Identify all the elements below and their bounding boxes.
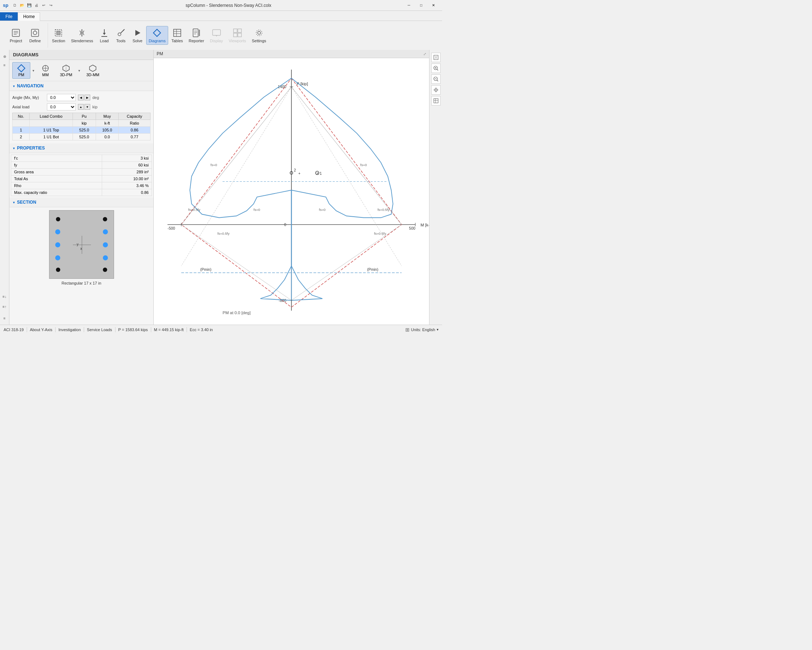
chart-expand-icon[interactable]: ⤢ [423, 52, 426, 56]
section-collapse-icon: ▾ [13, 200, 15, 204]
svg-text:(Pmin): (Pmin) [367, 268, 378, 272]
table-row[interactable]: 1 1 U1 Top 525.0 105.0 0.86 [13, 127, 151, 134]
maximize-button[interactable]: □ [415, 2, 427, 9]
reporter-icon [191, 28, 201, 38]
redo-icon[interactable]: ↪ [48, 3, 54, 8]
tables-button[interactable]: Tables [169, 26, 186, 45]
lines-button[interactable]: ≡↓ [1, 293, 8, 300]
pm-arrow[interactable]: ▾ [32, 67, 35, 74]
angle-prev[interactable]: ◀ [78, 95, 84, 100]
axial-select[interactable]: 0.0 [47, 103, 76, 110]
svg-rect-8 [56, 31, 60, 35]
nav-collapse-icon: ▾ [13, 84, 15, 88]
left-tiny-toolbar: ⊛ ≡ ≡↓ ≡↑ ≡ [0, 50, 9, 325]
load-button[interactable]: Load [96, 26, 112, 45]
settings-icon [254, 28, 264, 38]
angle-next[interactable]: ▶ [84, 95, 90, 100]
project-button[interactable]: Project [7, 26, 24, 45]
angle-select[interactable]: 0.0 [47, 94, 76, 101]
axial-next[interactable]: ▼ [84, 104, 90, 110]
col-pu: Pu [73, 113, 96, 120]
svg-text:fs=0.5fy: fs=0.5fy [374, 231, 386, 236]
unit-muy: k-ft [96, 120, 119, 127]
close-button[interactable]: ✕ [427, 2, 439, 9]
define-button[interactable]: Define [27, 26, 43, 45]
svg-rect-30 [234, 29, 237, 32]
units-value: Units: English [411, 327, 435, 332]
section-icon [53, 28, 64, 38]
layers-button[interactable]: ≡ [1, 61, 8, 69]
svg-marker-17 [153, 29, 160, 37]
3dpm-arrow[interactable]: ▾ [78, 67, 81, 74]
properties-section-header[interactable]: ▾ PROPERTIES [9, 143, 153, 153]
cell-cap-1: 0.86 [119, 127, 151, 134]
tab-file[interactable]: File [0, 12, 18, 21]
undo-icon[interactable]: ↩ [41, 3, 47, 8]
reporter-button[interactable]: Reporter [186, 26, 207, 45]
navigation-section-header[interactable]: ▾ NAVIGATION [9, 81, 153, 91]
tools-icon [116, 28, 126, 38]
table-row[interactable]: 2 1 U1 Bot 525.0 0.0 0.77 [13, 134, 151, 141]
display-icon [212, 28, 221, 38]
viewports-button[interactable]: Viewports [226, 26, 249, 45]
3dpm-button[interactable]: 3D-PM [56, 62, 76, 79]
svg-text:fs=0: fs=0 [319, 208, 325, 212]
angle-row: Angle (Mx, My) 0.0 ◀ ▶ deg [12, 94, 151, 101]
sidebar: DIAGRAMS PM ▾ MM [9, 50, 154, 325]
tools-button[interactable]: Tools [113, 26, 129, 45]
3dmm-button[interactable]: 3D-MM [82, 62, 103, 79]
properties-title: PROPERTIES [17, 145, 45, 151]
title-bar: sp 🗋 📂 💾 🖨 ↩ ↪ spColumn - Slenderness No… [0, 0, 442, 11]
cell-pu-1: 525.0 [73, 127, 96, 134]
solve-button[interactable]: Solve [130, 26, 145, 45]
new-icon[interactable]: 🗋 [12, 3, 18, 8]
menu-button[interactable]: ≡ [1, 315, 8, 322]
axial-prev[interactable]: ▲ [78, 104, 84, 110]
pm-button[interactable]: PM [12, 62, 30, 79]
zoom-extents-button[interactable] [431, 53, 441, 62]
diagrams-button[interactable]: Diagrams [146, 26, 168, 45]
col-combo: Load Combo [30, 113, 73, 120]
props-collapse-icon: ▾ [13, 146, 15, 150]
slenderness-button[interactable]: Slenderness [69, 26, 96, 45]
section-button[interactable]: Section [49, 26, 68, 45]
svg-text:-500: -500 [168, 226, 175, 230]
svg-line-91 [437, 69, 438, 70]
svg-rect-97 [434, 99, 438, 103]
cell-no-2: 2 [13, 134, 30, 141]
zoom-out-button[interactable] [431, 74, 441, 84]
svg-text:fs=0: fs=0 [360, 163, 367, 167]
section-preview: y x Rectangular 17 x 17 in [9, 207, 153, 288]
3dpm-label: 3D-PM [60, 73, 72, 77]
define-icon [30, 28, 40, 38]
title-bar-left: sp 🗋 📂 💾 🖨 ↩ ↪ [3, 3, 54, 8]
mm-button[interactable]: MM [37, 62, 55, 79]
unit-combo [30, 120, 73, 127]
display-button[interactable]: Display [208, 26, 226, 45]
ribbon-content: Project Define Section [0, 21, 442, 50]
tab-home[interactable]: Home [18, 12, 40, 21]
unit-pu: kip [73, 120, 96, 127]
save-icon[interactable]: 💾 [26, 3, 32, 8]
grid-button[interactable] [431, 96, 441, 106]
angle-unit: deg [92, 95, 99, 99]
svg-marker-89 [435, 58, 436, 58]
pan-button[interactable] [431, 85, 441, 95]
svg-text:+: + [298, 171, 301, 176]
print-icon[interactable]: 🖨 [34, 3, 39, 8]
settings-button[interactable]: Settings [249, 26, 269, 45]
open-icon[interactable]: 📂 [19, 3, 25, 8]
section-section-header[interactable]: ▾ SECTION [9, 197, 153, 207]
pan-icon [433, 87, 439, 93]
filter-button[interactable]: ⊛ [1, 53, 8, 60]
svg-rect-18 [174, 29, 181, 37]
arrow-up-button[interactable]: ≡↑ [1, 303, 8, 310]
minimize-button[interactable]: ─ [403, 2, 415, 9]
prop-area: Gross area 289 in² [11, 169, 152, 176]
unit-no [13, 120, 30, 127]
svg-text:fs=0: fs=0 [211, 163, 217, 167]
zoom-extents-icon [433, 55, 439, 60]
status-left: ACI 318-19 About Y-Axis Investigation Se… [4, 327, 213, 332]
svg-rect-22 [193, 29, 198, 37]
zoom-in-button[interactable] [431, 64, 441, 73]
